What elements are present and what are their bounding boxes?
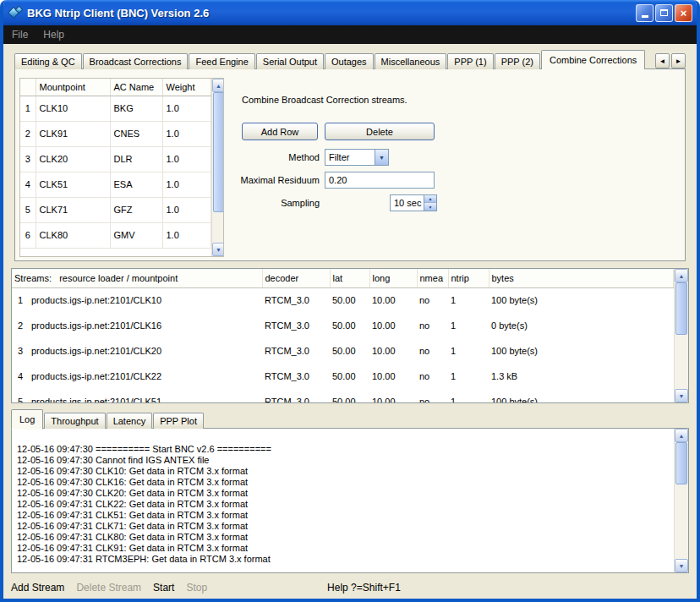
row-number[interactable]: 4 (20, 172, 36, 197)
table-row[interactable]: 5products.igs-ip.net:2101/CLK51RTCM_3.05… (12, 389, 674, 403)
menu-help[interactable]: Help (43, 29, 64, 41)
row-number[interactable]: 5 (12, 389, 29, 403)
minimize-button[interactable] (636, 4, 654, 22)
scroll-track[interactable] (675, 442, 688, 559)
table-row[interactable]: 1products.igs-ip.net:2101/CLK10RTCM_3.05… (12, 287, 674, 313)
row-number[interactable]: 4 (12, 364, 29, 389)
table-row[interactable]: 2products.igs-ip.net:2101/CLK16RTCM_3.05… (12, 313, 674, 338)
row-number[interactable]: 1 (20, 96, 36, 121)
combine-corrections-panel: MountpointAC NameWeight1CLK10BKG1.02CLK9… (14, 68, 686, 261)
table-row[interactable]: 4products.igs-ip.net:2101/CLK22RTCM_3.05… (12, 364, 674, 389)
scroll-thumb[interactable] (213, 92, 225, 212)
add-row-button[interactable]: Add Row (242, 123, 318, 140)
chevron-down-icon[interactable]: ▼ (375, 150, 388, 165)
tab-latency[interactable]: Latency (107, 413, 153, 429)
row-number[interactable]: 1 (12, 287, 29, 313)
method-select[interactable]: Filter ▼ (325, 149, 389, 166)
cell-decoder: RTCM_3.0 (262, 364, 330, 389)
table-row[interactable]: 6CLK80GMV1.0 (20, 222, 211, 248)
cell-ac-name: GMV (110, 222, 162, 248)
row-number[interactable]: 2 (12, 313, 29, 338)
combine-table-scrollbar[interactable]: ▲▼ (211, 79, 225, 256)
delete-button[interactable]: Delete (325, 123, 435, 140)
log-line: 12-05-16 09:47:31 RTCM3EPH: Get data in … (17, 554, 674, 565)
streams-header-bytes[interactable]: bytes (489, 269, 674, 287)
scroll-track[interactable] (675, 282, 688, 389)
mount-column-header[interactable]: Weight (162, 79, 211, 96)
table-row[interactable]: 3products.igs-ip.net:2101/CLK20RTCM_3.05… (12, 338, 674, 364)
streams-header-long[interactable]: long (369, 269, 417, 287)
log-scrollbar[interactable]: ▲▼ (674, 429, 688, 572)
cell-long: 10.00 (369, 338, 417, 364)
tab-serial-output[interactable]: Serial Output (256, 53, 324, 69)
scroll-down-icon[interactable]: ▼ (675, 559, 688, 572)
cell-long: 10.00 (369, 287, 417, 313)
streams-header-ntrip[interactable]: ntrip (448, 269, 489, 287)
mount-column-header[interactable]: Mountpoint (36, 79, 110, 96)
tab-throughput[interactable]: Throughput (44, 413, 105, 429)
streams-header-lat[interactable]: lat (330, 269, 369, 287)
streams-header-mountpoint[interactable]: Streams: resource loader / mountpoint (12, 269, 262, 287)
table-row[interactable]: 1CLK10BKG1.0 (20, 96, 211, 121)
spin-up-icon[interactable]: ▲ (424, 195, 436, 203)
cell-mountpoint: CLK51 (36, 172, 110, 197)
tab-combine-corrections[interactable]: Combine Corrections (541, 50, 645, 69)
tab-ppp-plot[interactable]: PPP Plot (153, 413, 204, 429)
tab-scroll-left-button[interactable]: ◄ (655, 53, 670, 68)
tab-broadcast-corrections[interactable]: Broadcast Corrections (83, 53, 189, 69)
row-number[interactable]: 3 (12, 338, 29, 364)
streams-header-nmea[interactable]: nmea (417, 269, 448, 287)
cell-lat: 50.00 (330, 389, 369, 403)
title-bar: BKG Ntrip Client (BNC) Version 2.6 × (3, 0, 697, 25)
table-row[interactable]: 2CLK91CNES1.0 (20, 121, 211, 146)
tab-miscellaneous[interactable]: Miscellaneous (375, 53, 447, 69)
add-stream-button[interactable]: Add Stream (11, 582, 64, 594)
sampling-spinner[interactable]: 10 sec ▲ ▼ (390, 194, 437, 211)
scroll-thumb[interactable] (675, 442, 687, 484)
tab-editing-qc[interactable]: Editing & QC (14, 53, 82, 69)
table-row[interactable]: 4CLK51ESA1.0 (20, 172, 211, 197)
tab-log[interactable]: Log (11, 409, 43, 430)
tab-scroll-right-button[interactable]: ► (671, 53, 686, 68)
client-area: Editing & QCBroadcast CorrectionsFeed En… (3, 44, 697, 599)
cell-weight: 1.0 (162, 121, 211, 146)
log-line: 12-05-16 09:47:31 CLK22: Get data in RTC… (17, 499, 674, 510)
stop-button: Stop (186, 582, 207, 594)
spinner-buttons: ▲ ▼ (424, 195, 436, 211)
sampling-label: Sampling (227, 194, 320, 211)
scroll-down-icon[interactable]: ▼ (212, 243, 225, 256)
row-number[interactable]: 3 (20, 146, 36, 172)
tab-outages[interactable]: Outages (325, 53, 374, 69)
spin-down-icon[interactable]: ▼ (424, 203, 436, 211)
streams-header-decoder[interactable]: decoder (262, 269, 330, 287)
row-number[interactable]: 5 (20, 197, 36, 222)
scroll-up-icon[interactable]: ▲ (675, 269, 688, 282)
close-button[interactable]: × (675, 4, 692, 22)
row-number[interactable]: 2 (20, 121, 36, 146)
tab-ppp-1[interactable]: PPP (1) (447, 53, 493, 69)
table-row[interactable]: 3CLK20DLR1.0 (20, 146, 211, 172)
delete-stream-button: Delete Stream (76, 582, 141, 594)
cell-decoder: RTCM_3.0 (262, 338, 330, 364)
method-label: Method (227, 149, 320, 166)
tab-ppp-2[interactable]: PPP (2) (495, 53, 540, 69)
menu-file[interactable]: File (12, 29, 28, 41)
maximal-residuum-input[interactable] (325, 172, 435, 189)
scroll-up-icon[interactable]: ▲ (675, 429, 688, 442)
mount-column-header[interactable]: AC Name (110, 79, 162, 96)
app-icon (8, 5, 24, 20)
table-row[interactable]: 5CLK71GFZ1.0 (20, 197, 211, 222)
mount-column-header[interactable] (20, 79, 36, 96)
tab-feed-engine[interactable]: Feed Engine (189, 53, 254, 69)
start-button[interactable]: Start (153, 582, 174, 594)
cell-bytes: 100 byte(s) (489, 287, 674, 313)
streams-scrollbar[interactable]: ▲▼ (674, 269, 688, 402)
row-number[interactable]: 6 (20, 222, 36, 248)
scroll-up-icon[interactable]: ▲ (212, 79, 225, 92)
cell-mountpoint: CLK71 (36, 197, 110, 222)
maximize-button[interactable] (655, 4, 673, 22)
scroll-track[interactable] (212, 92, 225, 243)
scroll-thumb[interactable] (675, 282, 687, 335)
scroll-down-icon[interactable]: ▼ (675, 389, 688, 402)
tab-bar: Editing & QCBroadcast CorrectionsFeed En… (14, 50, 652, 69)
